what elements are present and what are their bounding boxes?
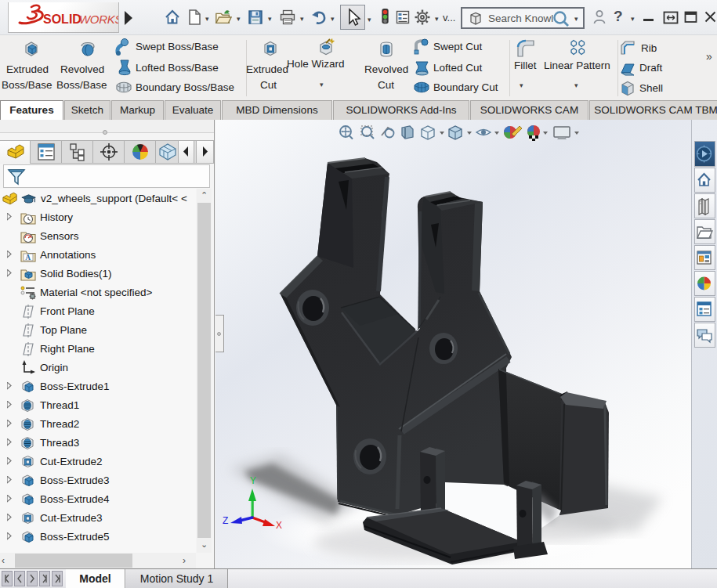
- svg-text:SOLID: SOLID: [43, 13, 81, 26]
- svg-text:WORKS: WORKS: [79, 13, 118, 26]
- svg-text:Z: Z: [223, 515, 228, 526]
- svg-text:Y: Y: [250, 475, 256, 486]
- svg-text:X: X: [276, 520, 282, 531]
